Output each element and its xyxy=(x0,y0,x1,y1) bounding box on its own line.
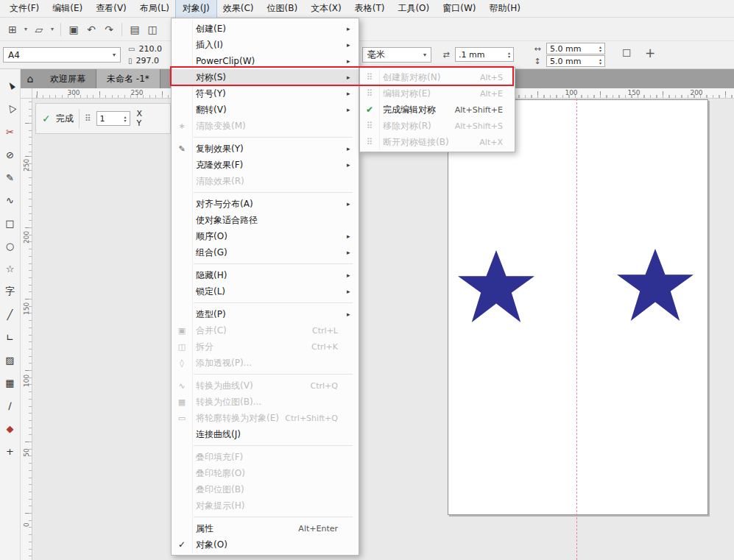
dimension-tool[interactable]: ╱ xyxy=(2,306,18,322)
tab-welcome-screen[interactable]: 欢迎屏幕 xyxy=(40,69,96,88)
menu-item-flip[interactable]: 翻转(V) ▸ xyxy=(172,102,359,118)
menu-item-label: 使对象适合路径 xyxy=(192,214,258,227)
menu-item-fit-to-path[interactable]: 使对象适合路径 xyxy=(172,212,359,228)
menubar-item-edit[interactable]: 编辑(E) xyxy=(46,0,89,18)
crop-tool[interactable]: ✂ xyxy=(2,124,18,140)
text-tool[interactable]: 字 xyxy=(2,283,18,300)
spin-down-icon[interactable]: ▾ xyxy=(599,49,601,52)
menu-item-join-curves[interactable]: 连接曲线(J) xyxy=(172,426,359,442)
menubar-item-view[interactable]: 查看(V) xyxy=(89,0,133,18)
menubar-item-text[interactable]: 文本(X) xyxy=(304,0,348,18)
menubar-item-table[interactable]: 表格(T) xyxy=(348,0,392,18)
menu-item-lock[interactable]: 锁定(L) ▸ xyxy=(172,283,359,300)
menu-item-insert[interactable]: 插入(I) ▸ xyxy=(172,37,359,53)
menubar-item-label: 文件(F) xyxy=(10,3,39,13)
open-icon[interactable]: ▱ xyxy=(31,21,47,38)
menu-item-clone-effect[interactable]: 克隆效果(F) ▸ xyxy=(172,157,359,173)
vertical-ruler[interactable]: 250200150100500 xyxy=(21,99,32,560)
menu-item-label: PowerClip(W) xyxy=(192,56,255,66)
spinner-steppers[interactable]: ▴ ▾ xyxy=(121,115,127,122)
menu-item-symbol[interactable]: 符号(Y) ▸ xyxy=(172,85,359,102)
app-window: 文件(F) 编辑(E) 查看(V) 布局(L) 对象(J) 效果(C) 位图 xyxy=(0,0,734,560)
submenu-item-finish-editing-symmetry[interactable]: ✔ 完成编辑对称 Alt+Shift+E xyxy=(360,102,515,118)
menu-separator xyxy=(172,514,359,520)
interactive-fill-tool[interactable]: ◆ xyxy=(2,420,18,436)
menu-item-order[interactable]: 顺序(O) ▸ xyxy=(172,228,359,244)
mirror-count-value: 1 xyxy=(100,114,105,124)
menubar-item-help[interactable]: 帮助(H) xyxy=(482,0,526,18)
symmetry-axis-line[interactable] xyxy=(576,99,577,560)
spinner-steppers[interactable]: ▴ ▾ xyxy=(596,57,601,65)
transparency-tool[interactable]: ▦ xyxy=(2,375,18,391)
undo-icon[interactable]: ↶ xyxy=(83,21,99,38)
shape-tool[interactable]: ▷ xyxy=(0,98,21,121)
page-height-value[interactable]: 297.0 xyxy=(136,56,160,65)
menubar-item-tools[interactable]: 工具(O) xyxy=(391,0,436,18)
spin-down-icon[interactable]: ▾ xyxy=(599,61,601,65)
connector-tool[interactable]: ∟ xyxy=(2,329,18,345)
add-button[interactable]: + xyxy=(645,46,655,60)
duplicate-y-spinner[interactable]: 5.0 mm ▴ ▾ xyxy=(546,55,605,67)
redo-icon[interactable]: ↷ xyxy=(101,21,117,38)
nudge-offset-spinner[interactable]: .1 mm ▴ ▾ xyxy=(455,47,514,62)
menu-item-icon: ▭ xyxy=(172,414,192,423)
menu-item-clear-effect: 清除效果(R) xyxy=(172,173,359,189)
menubar-item-bitmaps[interactable]: 位图(B) xyxy=(261,0,305,18)
drop-shadow-tool[interactable]: ▨ xyxy=(2,352,18,368)
freehand-tool[interactable]: ✎ xyxy=(2,169,18,185)
rectangle-tool[interactable]: □ xyxy=(2,215,18,231)
new-document-icon[interactable]: ⊞ xyxy=(4,21,21,38)
menu-item-hide[interactable]: 隐藏(H) ▸ xyxy=(172,267,359,283)
treat-as-filled-button[interactable]: ☐ xyxy=(622,47,632,59)
menubar-item-layout[interactable]: 布局(L) xyxy=(133,0,176,18)
paste-icon[interactable]: ◫ xyxy=(144,21,160,38)
symmetry-item-icon: ✔ xyxy=(360,104,379,115)
ruler-label: 0 xyxy=(23,519,30,531)
menu-item-align-distribute[interactable]: 对齐与分布(A) ▸ xyxy=(172,196,359,212)
pick-tool[interactable]: ► xyxy=(0,75,21,98)
spinner-steppers[interactable]: ▴ ▾ xyxy=(596,45,601,52)
spin-down-icon[interactable]: ▾ xyxy=(508,54,510,58)
home-icon[interactable]: ⌂ xyxy=(21,69,40,88)
ruler-label: 200 xyxy=(690,89,702,96)
artistic-media-tool[interactable]: ∿ xyxy=(2,192,18,208)
menu-item-label: 叠印位图(B) xyxy=(192,483,244,496)
menu-item-combine: ▣ 合并(C) Ctrl+L xyxy=(172,322,359,339)
drawing-canvas[interactable] xyxy=(32,99,734,560)
dropdown-caret-icon[interactable]: ▾ xyxy=(22,21,29,38)
mirror-count-spinner[interactable]: 1 ▴ ▾ xyxy=(96,111,130,126)
more-tools-button[interactable]: + xyxy=(2,443,18,459)
duplicate-x-spinner[interactable]: 5.0 mm ▴ ▾ xyxy=(546,43,605,54)
menu-item-create[interactable]: 创建(E) ▸ xyxy=(172,21,359,37)
menu-separator xyxy=(172,134,359,141)
dropdown-caret-icon: ▾ xyxy=(113,52,116,58)
ellipse-tool[interactable]: ○ xyxy=(2,238,18,254)
menu-item-group[interactable]: 组合(G) ▸ xyxy=(172,244,359,260)
menubar-item-file[interactable]: 文件(F) xyxy=(3,0,46,18)
units-combo[interactable]: 毫米 ▾ xyxy=(362,47,431,63)
polygon-tool[interactable]: ☆ xyxy=(2,260,18,277)
tab-untitled-document[interactable]: 未命名 -1* xyxy=(96,69,160,88)
menubar-item-window[interactable]: 窗口(W) xyxy=(436,0,482,18)
dropdown-caret-icon[interactable]: ▾ xyxy=(49,21,56,38)
menubar-item-effects[interactable]: 效果(C) xyxy=(216,0,261,18)
menu-item-copy-effect[interactable]: ✎ 复制效果(Y) ▸ xyxy=(172,141,359,157)
page-width-value[interactable]: 210.0 xyxy=(138,44,162,54)
menubar-item-object[interactable]: 对象(J) xyxy=(176,0,216,18)
save-icon[interactable]: ▣ xyxy=(66,21,82,38)
menu-item-label: 对象提示(H) xyxy=(192,500,244,512)
menu-item-properties[interactable]: 属性 Alt+Enter xyxy=(172,520,359,536)
menu-item-object[interactable]: ✓ 对象(O) xyxy=(172,536,359,553)
spin-down-icon[interactable]: ▾ xyxy=(124,118,127,122)
zoom-tool[interactable]: ⊘ xyxy=(2,146,18,163)
eyedropper-tool[interactable]: ∕ xyxy=(2,397,18,414)
finish-symmetry-button[interactable]: 完成 xyxy=(56,113,74,125)
submenu-arrow-icon: ▸ xyxy=(347,106,356,113)
menubar-item-label: 对象(J) xyxy=(183,3,210,13)
print-icon[interactable]: ▤ xyxy=(127,21,143,38)
page-size-combo[interactable]: A4 ▾ xyxy=(3,47,121,63)
spinner-steppers[interactable]: ▴ ▾ xyxy=(505,51,510,58)
menu-item-shaping[interactable]: 造型(P) ▸ xyxy=(172,306,359,322)
menu-item-symmetry[interactable]: 对称(S) ▸ xyxy=(172,69,359,85)
menu-item-powerclip[interactable]: PowerClip(W) ▸ xyxy=(172,53,359,69)
